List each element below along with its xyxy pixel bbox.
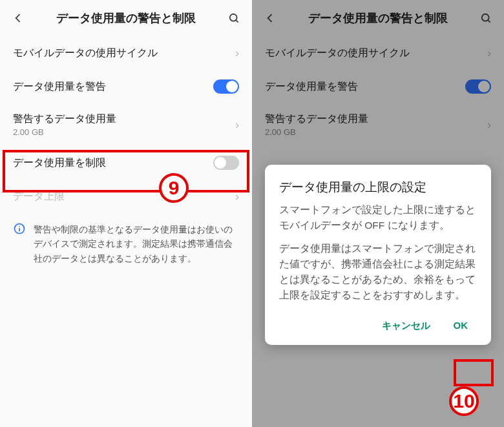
row-label: 警告するデータ使用量 bbox=[13, 112, 230, 126]
annotation-callout-9: 9 bbox=[159, 173, 189, 203]
dialog-body-1: スマートフォンで設定した上限に達するとモバイルデータが OFF になります。 bbox=[279, 202, 477, 233]
right-screen: データ使用量の警告と制限 モバイルデータの使用サイクル › データ使用量を警告 … bbox=[252, 0, 504, 427]
row-mobile-cycle[interactable]: モバイルデータの使用サイクル › bbox=[0, 36, 252, 70]
chevron-right-icon: › bbox=[235, 190, 239, 203]
row-limit-toggle[interactable]: データ使用量を制限 bbox=[0, 146, 252, 180]
row-warn-toggle[interactable]: データ使用量を警告 bbox=[0, 70, 252, 103]
info-note: 警告や制限の基準となるデータ使用量はお使いのデバイスで測定されます。測定結果は携… bbox=[0, 213, 252, 275]
row-subvalue: 2.00 GB bbox=[13, 127, 230, 137]
dialog-title: データ使用量の上限の設定 bbox=[279, 179, 477, 196]
annotation-callout-10: 10 bbox=[449, 386, 479, 416]
header: データ使用量の警告と制限 bbox=[0, 0, 252, 36]
row-label: データ上限 bbox=[13, 190, 230, 203]
page-title: データ使用量の警告と制限 bbox=[28, 10, 224, 26]
ok-button[interactable]: OK bbox=[445, 313, 478, 338]
info-icon bbox=[13, 222, 26, 266]
toggle-warn[interactable] bbox=[213, 79, 239, 94]
cancel-button[interactable]: キャンセル bbox=[373, 313, 439, 338]
chevron-right-icon: › bbox=[235, 118, 239, 132]
row-warn-amount[interactable]: 警告するデータ使用量 2.00 GB › bbox=[0, 103, 252, 146]
dialog-data-limit: データ使用量の上限の設定 スマートフォンで設定した上限に達するとモバイルデータが… bbox=[265, 165, 491, 345]
row-data-cap: データ上限 › bbox=[0, 180, 252, 213]
left-screen: データ使用量の警告と制限 モバイルデータの使用サイクル › データ使用量を警告 … bbox=[0, 0, 252, 427]
svg-point-4 bbox=[19, 225, 20, 227]
dialog-actions: キャンセル OK bbox=[279, 311, 477, 338]
row-label: データ使用量を警告 bbox=[13, 80, 208, 94]
svg-point-0 bbox=[230, 14, 237, 21]
row-label: モバイルデータの使用サイクル bbox=[13, 47, 230, 60]
back-icon[interactable] bbox=[8, 8, 28, 28]
chevron-right-icon: › bbox=[235, 47, 239, 60]
info-text: 警告や制限の基準となるデータ使用量はお使いのデバイスで測定されます。測定結果は携… bbox=[34, 222, 239, 266]
toggle-limit[interactable] bbox=[213, 156, 239, 170]
svg-line-1 bbox=[236, 20, 238, 22]
row-label: データ使用量を制限 bbox=[13, 156, 208, 170]
dialog-body-2: データ使用量はスマートフォンで測定された値ですが、携帯通信会社による測定結果とは… bbox=[279, 241, 477, 303]
search-icon[interactable] bbox=[224, 8, 244, 28]
